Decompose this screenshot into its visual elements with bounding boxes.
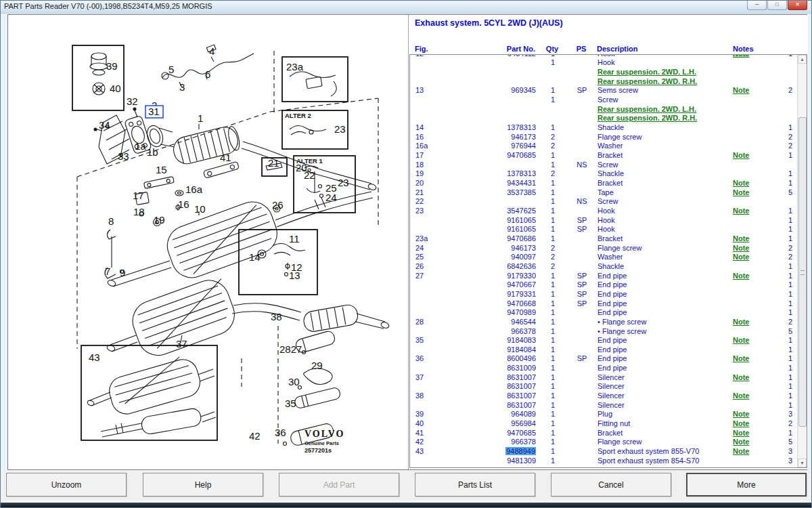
table-row[interactable]: 2135373851TapeNote5 bbox=[410, 188, 798, 197]
diagram-callout[interactable]: 9 bbox=[120, 267, 125, 278]
table-row[interactable]: 86310071Silencer1 bbox=[410, 400, 798, 410]
diagram-callout[interactable]: 43 bbox=[89, 352, 100, 363]
diagram-callout[interactable]: 10 bbox=[194, 203, 206, 215]
note-link[interactable]: Note bbox=[733, 438, 749, 446]
diagram-callout[interactable]: 36 bbox=[275, 427, 286, 438]
table-row[interactable]: 3591840831End pipeNote1 bbox=[410, 335, 798, 345]
diagram-callout[interactable]: 5 bbox=[168, 64, 174, 75]
diagram-callout[interactable]: 19 bbox=[154, 214, 165, 226]
note-link[interactable]: Note bbox=[733, 447, 749, 455]
diagram-callout[interactable]: 32 bbox=[127, 96, 138, 107]
table-row[interactable]: 289465441• Flange screwNote2 bbox=[410, 317, 798, 326]
suspension-link[interactable]: Rear suspension. 2WD. R.H. bbox=[594, 114, 733, 122]
table-row[interactable]: 181NSScrew bbox=[410, 160, 798, 169]
diagram-callout[interactable]: 14 bbox=[249, 251, 261, 263]
note-link[interactable]: Note bbox=[733, 151, 749, 159]
diagram-callout[interactable]: 11 bbox=[289, 233, 300, 245]
table-row[interactable]: 2791793301SPEnd pipeNote1 bbox=[410, 271, 798, 280]
diagram-callout[interactable]: 13 bbox=[289, 270, 300, 281]
diagram-callout[interactable]: 29 bbox=[311, 360, 323, 371]
diagram-callout[interactable]: 41 bbox=[220, 152, 231, 163]
table-row[interactable]: 399640891PlugNote3 bbox=[410, 410, 798, 419]
diagram-callout[interactable]: 30 bbox=[288, 376, 300, 387]
table-row[interactable]: 3886310071SilencerNote1 bbox=[410, 391, 798, 400]
table-row[interactable]: 409569841Fitting nutNote2 bbox=[410, 419, 798, 428]
table-row[interactable]: 94813091Sport exhaust system 854-S703 bbox=[410, 456, 798, 465]
diagram-callout[interactable]: 17 bbox=[133, 190, 144, 201]
diagram-callout[interactable]: 35 bbox=[285, 398, 296, 409]
note-link[interactable]: Note bbox=[733, 179, 749, 187]
table-row[interactable]: 94706671SPEnd pipe1 bbox=[410, 280, 798, 289]
table-row[interactable]: 221NSScrew bbox=[410, 197, 798, 207]
table-row[interactable]: 2668426362Shackle1 bbox=[410, 261, 798, 271]
diagram-callout[interactable]: 33 bbox=[118, 150, 129, 162]
note-link[interactable]: Note bbox=[733, 354, 749, 362]
exhaust-diagram-svg[interactable]: ALTER 2ALTER 1 394045363223134331a1b123a… bbox=[9, 16, 407, 469]
table-row[interactable]: 1Screw bbox=[410, 95, 798, 104]
cancel-button[interactable]: Cancel bbox=[551, 473, 671, 496]
table-row[interactable]: Rear suspension. 2WD. R.H. bbox=[410, 114, 798, 123]
diagram-callout[interactable]: 3 bbox=[179, 81, 185, 93]
table-row[interactable]: 3786310071SilencerNote1 bbox=[410, 373, 798, 382]
note-link[interactable]: Note bbox=[733, 253, 749, 261]
table-row[interactable]: 9663781• Flange screw5 bbox=[410, 326, 798, 336]
table-row[interactable]: 1Hook bbox=[410, 58, 798, 68]
diagram-callout[interactable]: 4 bbox=[209, 45, 215, 57]
diagram-callout[interactable]: 7 bbox=[105, 266, 110, 277]
diagram-callout[interactable]: 31 bbox=[148, 106, 160, 117]
table-row[interactable]: 86310071Silencer1 bbox=[410, 382, 798, 391]
suspension-link[interactable]: Rear suspension. 2WD. L.H. bbox=[594, 105, 733, 113]
note-link[interactable]: Note bbox=[733, 207, 749, 215]
table-row[interactable]: 169461732Flange screw2 bbox=[410, 132, 798, 142]
suspension-link[interactable]: Rear suspension. 2WD. L.H. bbox=[594, 68, 733, 76]
note-link[interactable]: Note bbox=[733, 188, 749, 196]
note-link[interactable]: Note bbox=[733, 54, 749, 58]
table-row[interactable]: 1794706851BracketNote1 bbox=[410, 150, 798, 160]
note-link[interactable]: Note bbox=[733, 391, 749, 400]
table-row[interactable]: 91793311SPEnd pipe1 bbox=[410, 289, 798, 299]
table-row[interactable]: 4194706851BracketNote1 bbox=[410, 428, 798, 438]
table-row[interactable]: 91610651SPHook1 bbox=[410, 224, 798, 234]
table-row[interactable]: 94706681SPEnd pipe1 bbox=[410, 299, 798, 308]
table-row[interactable]: 259400972WasherNote2 bbox=[410, 252, 798, 261]
table-row[interactable]: 91610651SPHook1 bbox=[410, 215, 798, 225]
diagram-callout[interactable]: 39 bbox=[106, 60, 118, 72]
table-row[interactable]: 139693451SPSems screwNote2 bbox=[410, 86, 798, 96]
diagram-callout[interactable]: 23a bbox=[286, 61, 304, 72]
diagram-callout[interactable]: 24 bbox=[325, 192, 337, 203]
diagram-callout[interactable]: 34 bbox=[99, 119, 110, 131]
table-row[interactable]: 1294841121HookNote1 bbox=[410, 54, 798, 58]
diagram-callout[interactable]: 22 bbox=[304, 169, 315, 181]
note-link[interactable]: Note bbox=[733, 272, 749, 280]
unzoom-button[interactable]: Unzoom bbox=[6, 473, 127, 496]
diagram-callout[interactable]: 8 bbox=[108, 215, 114, 227]
table-row[interactable]: 2094344311BracketNote1 bbox=[410, 178, 798, 188]
diagram-callout[interactable]: 1 bbox=[198, 112, 203, 124]
table-row[interactable]: 94709891End pipe1 bbox=[410, 308, 798, 317]
diagram-callout[interactable]: 23 bbox=[338, 177, 349, 188]
diagram-callout[interactable]: 15 bbox=[156, 164, 167, 175]
diagram-callout[interactable]: 1b bbox=[147, 146, 158, 158]
diagram-callout[interactable]: 26 bbox=[272, 199, 284, 211]
note-link[interactable]: Note bbox=[733, 234, 749, 242]
more-button[interactable]: More bbox=[686, 473, 807, 496]
close-icon[interactable]: ✕ bbox=[788, 1, 807, 10]
table-row[interactable]: Rear suspension. 2WD. R.H. bbox=[410, 77, 798, 86]
note-link[interactable]: Note bbox=[733, 86, 749, 94]
table-row[interactable]: 91840841End pipe1 bbox=[410, 345, 798, 354]
table-row[interactable]: 4394889491Sport exhaust system 855-V70No… bbox=[410, 446, 798, 456]
scrollbar[interactable]: ▲ ▼ bbox=[797, 55, 807, 467]
table-row[interactable]: Rear suspension. 2WD. L.H. bbox=[410, 104, 798, 114]
table-row[interactable]: 429663781Flange screwNote5 bbox=[410, 438, 798, 447]
scrollbar-thumb[interactable] bbox=[798, 117, 807, 427]
note-link[interactable]: Note bbox=[733, 336, 749, 344]
diagram-callout[interactable]: 23 bbox=[334, 123, 346, 135]
note-link[interactable]: Note bbox=[733, 429, 749, 437]
table-row[interactable]: 16a9769442Washer2 bbox=[410, 142, 798, 151]
table-row[interactable]: 2335476251HookNote1 bbox=[410, 206, 798, 215]
scroll-down-icon[interactable]: ▼ bbox=[798, 459, 807, 467]
table-row[interactable]: 249461732Flange screwNote2 bbox=[410, 243, 798, 253]
note-link[interactable]: Note bbox=[733, 318, 749, 326]
table-row[interactable]: 86310091End pipe1 bbox=[410, 363, 798, 373]
table-row[interactable]: 1413783131Shackle1 bbox=[410, 123, 798, 132]
